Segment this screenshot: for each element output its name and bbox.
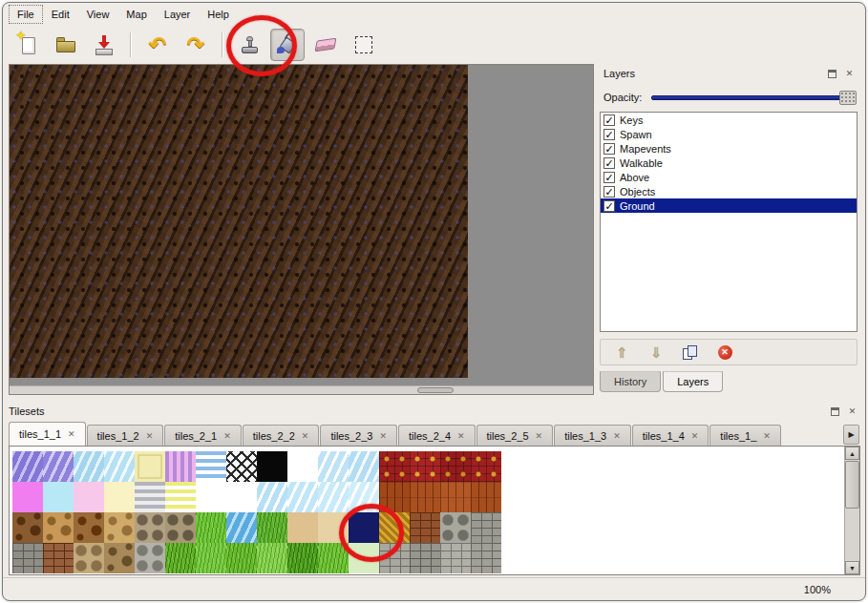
tile-3-11[interactable] — [349, 543, 379, 573]
close-tab-icon[interactable]: ✕ — [613, 431, 621, 441]
tile-2-10[interactable] — [318, 512, 349, 543]
layer-visibility-checkbox[interactable]: ✓ — [603, 186, 615, 198]
layer-row-mapevents[interactable]: ✓Mapevents — [601, 141, 857, 156]
tile-3-13[interactable] — [410, 543, 440, 573]
layer-visibility-checkbox[interactable]: ✓ — [603, 114, 615, 126]
tileset-tab-tiles_2_4[interactable]: tiles_2_4✕ — [398, 425, 476, 446]
tile-2-11[interactable] — [349, 512, 379, 543]
menu-layer[interactable]: Layer — [156, 5, 200, 24]
close-tab-icon[interactable]: ✕ — [763, 431, 771, 441]
scroll-up-icon[interactable]: ▲ — [845, 447, 859, 460]
new-map-button[interactable]: ✦ — [11, 29, 45, 61]
save-map-button[interactable] — [87, 29, 121, 61]
tile-1-0[interactable] — [12, 482, 43, 512]
tile-3-12[interactable] — [379, 543, 410, 573]
close-tab-icon[interactable]: ✕ — [68, 429, 75, 439]
tile-2-0[interactable] — [12, 512, 43, 543]
tile-3-1[interactable] — [43, 543, 74, 573]
layer-visibility-checkbox[interactable]: ✓ — [603, 143, 615, 155]
close-tab-icon[interactable]: ✕ — [457, 431, 465, 441]
tile-0-5[interactable] — [165, 451, 196, 482]
tile-0-10[interactable] — [318, 451, 349, 482]
tile-1-12[interactable] — [379, 482, 410, 512]
close-tab-icon[interactable]: ✕ — [691, 431, 699, 441]
tile-3-8[interactable] — [257, 543, 287, 573]
layer-row-keys[interactable]: ✓Keys — [601, 113, 857, 127]
tileset-tab-tiles_2_2[interactable]: tiles_2_2✕ — [243, 425, 320, 446]
tileset-tab-tiles_1_3[interactable]: tiles_1_3✕ — [554, 425, 631, 446]
menu-view[interactable]: View — [78, 5, 118, 24]
lower-layer-button[interactable]: ⇓ — [646, 343, 666, 362]
panel-tab-history[interactable]: History — [600, 371, 661, 392]
tile-0-12[interactable] — [379, 451, 410, 482]
tile-3-3[interactable] — [104, 543, 135, 573]
float-panel-icon[interactable] — [828, 405, 842, 418]
tile-0-6[interactable] — [196, 451, 226, 482]
tile-1-1[interactable] — [43, 482, 74, 512]
tileset-tab-tiles_1_4[interactable]: tiles_1_4✕ — [632, 425, 709, 446]
close-tab-icon[interactable]: ✕ — [379, 431, 387, 441]
layer-row-ground[interactable]: ✓Ground — [601, 198, 857, 213]
map-canvas[interactable] — [10, 65, 468, 378]
tile-3-0[interactable] — [12, 543, 43, 573]
tile-1-14[interactable] — [440, 482, 471, 512]
eraser-tool-button[interactable] — [308, 29, 343, 61]
delete-layer-button[interactable]: ✕ — [715, 343, 734, 362]
tile-2-7[interactable] — [226, 512, 257, 543]
tile-1-11[interactable] — [349, 482, 379, 512]
tile-1-3[interactable] — [104, 482, 135, 512]
slider-handle[interactable] — [839, 91, 857, 105]
tile-3-6[interactable] — [196, 543, 226, 573]
tile-1-15[interactable] — [471, 482, 501, 512]
tileset-tab-tiles_2_5[interactable]: tiles_2_5✕ — [476, 425, 554, 446]
tile-2-3[interactable] — [104, 512, 135, 543]
tile-2-4[interactable] — [135, 512, 165, 543]
map-horizontal-scrollbar[interactable] — [10, 385, 593, 394]
tile-1-5[interactable] — [165, 482, 196, 512]
tile-1-13[interactable] — [410, 482, 440, 512]
tile-1-7[interactable] — [226, 482, 257, 512]
tile-2-2[interactable] — [74, 512, 104, 543]
fill-bucket-tool-button[interactable] — [270, 29, 305, 61]
close-tab-icon[interactable]: ✕ — [146, 431, 154, 441]
scrollbar-thumb[interactable] — [417, 387, 454, 393]
tile-3-5[interactable] — [165, 543, 196, 573]
tileset-tab-tiles_2_1[interactable]: tiles_2_1✕ — [164, 425, 242, 446]
menu-file[interactable]: File — [9, 5, 43, 24]
float-panel-icon[interactable] — [825, 68, 839, 80]
tile-2-13[interactable] — [410, 512, 440, 543]
tileset-tab-tiles_1_2[interactable]: tiles_1_2✕ — [87, 425, 164, 446]
menu-edit[interactable]: Edit — [43, 5, 78, 24]
tile-1-4[interactable] — [135, 482, 165, 512]
tileset-tab-tiles_2_3[interactable]: tiles_2_3✕ — [320, 425, 397, 446]
layer-row-spawn[interactable]: ✓Spawn — [601, 127, 857, 141]
scroll-tabs-right-button[interactable]: ▶ — [843, 425, 859, 445]
close-tab-icon[interactable]: ✕ — [536, 431, 543, 441]
tile-1-8[interactable] — [257, 482, 287, 512]
opacity-slider[interactable] — [651, 90, 857, 105]
tile-2-9[interactable] — [287, 512, 318, 543]
duplicate-layer-button[interactable] — [681, 343, 700, 362]
open-map-button[interactable] — [49, 29, 83, 61]
tile-3-2[interactable] — [74, 543, 104, 573]
tileset-tab-tiles_1_1[interactable]: tiles_1_1✕ — [9, 422, 86, 446]
tile-1-2[interactable] — [74, 482, 104, 512]
tile-0-0[interactable] — [12, 451, 43, 482]
undo-button[interactable]: ↶ — [140, 29, 175, 61]
tile-2-8[interactable] — [257, 512, 287, 543]
tile-1-9[interactable] — [287, 482, 318, 512]
tile-0-15[interactable] — [471, 451, 501, 482]
layer-visibility-checkbox[interactable]: ✓ — [603, 157, 615, 169]
tile-3-7[interactable] — [226, 543, 257, 573]
tile-0-14[interactable] — [440, 451, 471, 482]
tile-0-9[interactable] — [287, 451, 318, 482]
scrollbar-thumb[interactable] — [845, 461, 859, 509]
tile-1-6[interactable] — [196, 482, 226, 512]
tile-3-4[interactable] — [135, 543, 165, 573]
tile-0-1[interactable] — [43, 451, 74, 482]
tile-0-8[interactable] — [257, 451, 287, 482]
tile-2-6[interactable] — [196, 512, 226, 543]
scroll-down-icon[interactable]: ▼ — [845, 561, 859, 574]
tile-0-13[interactable] — [410, 451, 440, 482]
layer-visibility-checkbox[interactable]: ✓ — [603, 200, 615, 212]
